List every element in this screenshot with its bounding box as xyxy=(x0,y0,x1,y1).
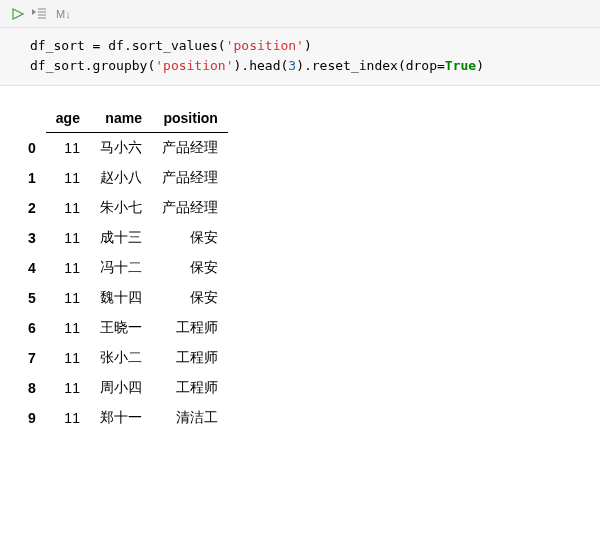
row-index: 9 xyxy=(18,403,46,433)
row-index: 6 xyxy=(18,313,46,343)
row-index: 4 xyxy=(18,253,46,283)
cell-name: 马小六 xyxy=(90,133,152,164)
run-icon[interactable] xyxy=(12,8,24,20)
cell-age: 11 xyxy=(46,343,90,373)
row-index: 7 xyxy=(18,343,46,373)
table-body: 011马小六产品经理111赵小八产品经理211朱小七产品经理311成十三保安41… xyxy=(18,133,228,434)
cell-name: 魏十四 xyxy=(90,283,152,313)
cell-age: 11 xyxy=(46,403,90,433)
cell-name: 朱小七 xyxy=(90,193,152,223)
cell-age: 11 xyxy=(46,253,90,283)
dataframe-table: age name position 011马小六产品经理111赵小八产品经理21… xyxy=(18,104,228,433)
cell-position: 产品经理 xyxy=(152,163,228,193)
cell-name: 冯十二 xyxy=(90,253,152,283)
cell-age: 11 xyxy=(46,313,90,343)
code-line-2: df_sort.groupby('position').head(3).rese… xyxy=(30,58,484,73)
table-row: 311成十三保安 xyxy=(18,223,228,253)
row-index: 8 xyxy=(18,373,46,403)
row-index: 1 xyxy=(18,163,46,193)
table-header: age name position xyxy=(18,104,228,133)
table-row: 011马小六产品经理 xyxy=(18,133,228,164)
cell-position: 工程师 xyxy=(152,373,228,403)
table-row: 811周小四工程师 xyxy=(18,373,228,403)
cell-age: 11 xyxy=(46,133,90,164)
row-index: 5 xyxy=(18,283,46,313)
col-header: position xyxy=(152,104,228,133)
cell-age: 11 xyxy=(46,193,90,223)
row-index: 3 xyxy=(18,223,46,253)
cell-position: 产品经理 xyxy=(152,133,228,164)
cell-name: 成十三 xyxy=(90,223,152,253)
table-row: 511魏十四保安 xyxy=(18,283,228,313)
table-row: 711张小二工程师 xyxy=(18,343,228,373)
cell-name: 郑十一 xyxy=(90,403,152,433)
markdown-label[interactable]: M↓ xyxy=(56,8,71,20)
cell-position: 保安 xyxy=(152,283,228,313)
cell-position: 清洁工 xyxy=(152,403,228,433)
cell-age: 11 xyxy=(46,373,90,403)
row-index: 0 xyxy=(18,133,46,164)
table-row: 211朱小七产品经理 xyxy=(18,193,228,223)
table-row: 911郑十一清洁工 xyxy=(18,403,228,433)
cell-position: 工程师 xyxy=(152,343,228,373)
cell-name: 周小四 xyxy=(90,373,152,403)
cell-age: 11 xyxy=(46,163,90,193)
run-to-cursor-icon[interactable] xyxy=(32,7,46,21)
table-row: 611王晓一工程师 xyxy=(18,313,228,343)
table-row: 111赵小八产品经理 xyxy=(18,163,228,193)
cell-toolbar: M↓ xyxy=(0,0,600,28)
code-line-1: df_sort = df.sort_values('position') xyxy=(30,38,312,53)
output-area: age name position 011马小六产品经理111赵小八产品经理21… xyxy=(0,86,600,451)
cell-position: 工程师 xyxy=(152,313,228,343)
cell-age: 11 xyxy=(46,223,90,253)
table-row: 411冯十二保安 xyxy=(18,253,228,283)
cell-name: 张小二 xyxy=(90,343,152,373)
cell-name: 王晓一 xyxy=(90,313,152,343)
cell-position: 保安 xyxy=(152,253,228,283)
col-header: name xyxy=(90,104,152,133)
cell-position: 产品经理 xyxy=(152,193,228,223)
index-header xyxy=(18,104,46,133)
cell-age: 11 xyxy=(46,283,90,313)
row-index: 2 xyxy=(18,193,46,223)
cell-name: 赵小八 xyxy=(90,163,152,193)
code-cell[interactable]: df_sort = df.sort_values('position') df_… xyxy=(0,28,600,86)
cell-position: 保安 xyxy=(152,223,228,253)
col-header: age xyxy=(46,104,90,133)
